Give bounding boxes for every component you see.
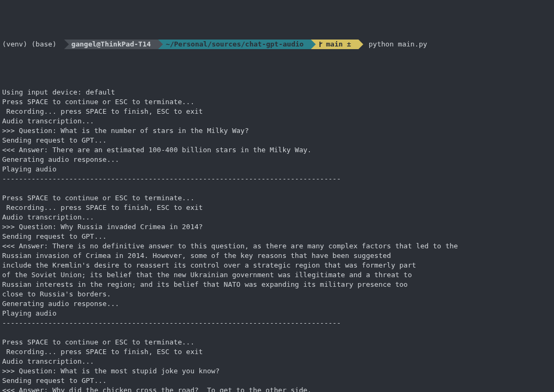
output-line: Press SPACE to continue or ESC to termin… — [2, 338, 552, 347]
output-line: of the Soviet Union; its belief that the… — [2, 270, 552, 280]
output-line: Russian invasion of Crimea in 2014. Howe… — [2, 251, 552, 261]
powerline-arrow-icon — [64, 40, 69, 49]
prompt-path: ~/Personal/sources/chat-gpt-audio — [158, 40, 311, 49]
prompt-env: (venv) (base) — [2, 40, 64, 49]
prompt-command: python main.py — [363, 40, 431, 49]
powerline-arrow-icon — [358, 40, 363, 49]
prompt-path-text: ~/Personal/sources/chat-gpt-audio — [166, 40, 308, 49]
output-line: Press SPACE to continue or ESC to termin… — [2, 193, 552, 203]
output-line — [2, 184, 552, 193]
output-line: ----------------------------------------… — [2, 174, 552, 184]
output-line: Audio transcription... — [2, 357, 552, 366]
output-line: <<< Answer: Why did the chicken cross th… — [2, 386, 552, 392]
output-line: Recording... press SPACE to finish, ESC … — [2, 107, 552, 116]
output-line: Sending request to GPT... — [2, 136, 552, 145]
output-line: Recording... press SPACE to finish, ESC … — [2, 203, 552, 213]
output-line: <<< Answer: There are an estimated 100-4… — [2, 145, 552, 155]
output-line: Using input device: default — [2, 88, 552, 97]
output-line: ----------------------------------------… — [2, 318, 552, 328]
output-line: Generating audio response... — [2, 299, 552, 309]
terminal-output: Using input device: defaultPress SPACE t… — [2, 88, 552, 392]
powerline-arrow-icon — [311, 40, 316, 49]
terminal[interactable]: (venv) (base) gangel@ThinkPad-T14 ~/Pers… — [0, 0, 554, 392]
output-line: Generating audio response... — [2, 155, 552, 164]
output-line: <<< Answer: There is no definitive answe… — [2, 241, 552, 251]
prompt-host-text: gangel@ThinkPad-T14 — [72, 40, 155, 49]
output-line: close to Russia's borders. — [2, 289, 552, 299]
output-line: Russian interests in the region; and its… — [2, 280, 552, 289]
git-branch-icon — [318, 42, 324, 47]
output-line — [2, 328, 552, 338]
output-line: >>> Question: What is the most stupid jo… — [2, 366, 552, 376]
output-line: >>> Question: What is the number of star… — [2, 126, 552, 136]
powerline-arrow-icon — [158, 40, 163, 49]
prompt-branch: main ± — [311, 40, 358, 49]
output-line: Playing audio — [2, 309, 552, 318]
prompt-line-1: (venv) (base) gangel@ThinkPad-T14 ~/Pers… — [2, 40, 552, 49]
output-line: >>> Question: Why Russia invaded Crimea … — [2, 222, 552, 232]
output-line: Press SPACE to continue or ESC to termin… — [2, 97, 552, 107]
output-line: Audio transcription... — [2, 213, 552, 222]
output-line: Sending request to GPT... — [2, 232, 552, 241]
output-line: Sending request to GPT... — [2, 376, 552, 386]
prompt-branch-text: main ± — [326, 40, 355, 49]
output-line: include the Kremlin's desire to reassert… — [2, 261, 552, 270]
output-line: Playing audio — [2, 164, 552, 174]
prompt-host: gangel@ThinkPad-T14 — [64, 40, 159, 49]
output-line: Recording... press SPACE to finish, ESC … — [2, 347, 552, 357]
output-line: Audio transcription... — [2, 116, 552, 126]
